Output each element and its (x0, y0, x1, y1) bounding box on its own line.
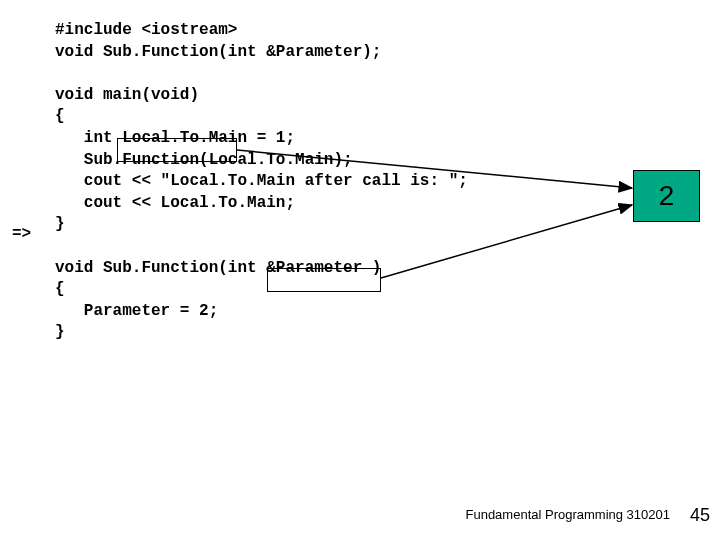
code-line: } (55, 323, 65, 341)
code-line: cout << "Local.To.Main after call is: "; (55, 172, 468, 190)
code-line: #include <iostream> (55, 21, 237, 39)
memory-value: 2 (659, 180, 675, 212)
code-line: { (55, 280, 65, 298)
code-block: #include <iostream> void Sub.Function(in… (55, 20, 468, 344)
footer-text: Fundamental Programming 310201 (465, 507, 670, 522)
page-number: 45 (690, 505, 710, 526)
highlight-box-parameter (267, 268, 381, 292)
memory-value-box: 2 (633, 170, 700, 222)
execution-pointer: => (12, 225, 31, 243)
code-line: Parameter = 2; (55, 302, 218, 320)
code-line: cout << Local.To.Main; (55, 194, 295, 212)
code-line: { (55, 107, 65, 125)
highlight-box-local-to-main (117, 138, 237, 162)
code-line: void Sub.Function(int &Parameter); (55, 43, 381, 61)
code-line: void main(void) (55, 86, 199, 104)
code-line: } (55, 215, 65, 233)
